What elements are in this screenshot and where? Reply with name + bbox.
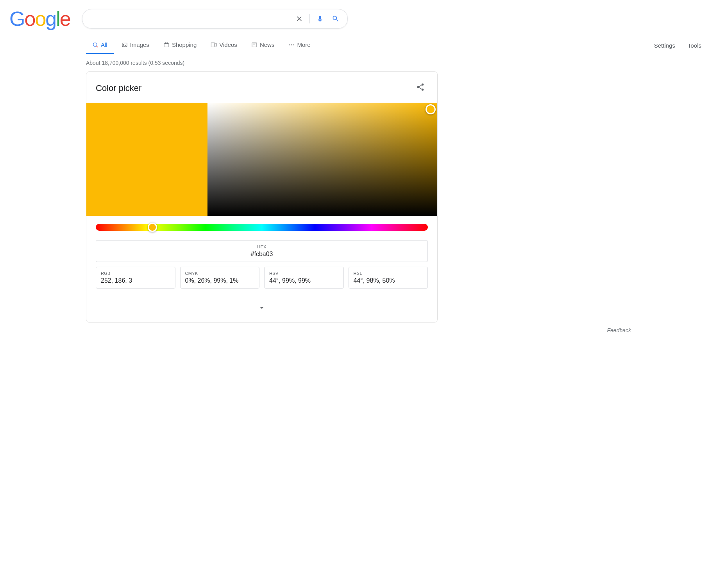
gradient-canvas — [207, 103, 437, 216]
logo-letter-g2: g — [45, 7, 56, 30]
cmyk-label: CMYK — [185, 271, 255, 276]
feedback-link[interactable]: Feedback — [607, 327, 631, 333]
hsl-field[interactable]: HSL 44°, 98%, 50% — [349, 267, 428, 289]
tab-videos-label: Videos — [219, 41, 237, 48]
settings-button[interactable]: Settings — [648, 37, 681, 53]
logo-letter-o2: o — [35, 7, 45, 30]
expand-section[interactable] — [86, 295, 437, 322]
search-icon — [332, 15, 340, 23]
search-submit-button[interactable] — [330, 13, 341, 24]
google-logo: Google — [9, 7, 70, 30]
chevron-down-icon — [257, 303, 266, 312]
color-values-section: HEX #fcba03 RGB 252, 186, 3 CMYK 0%, 26%… — [86, 234, 437, 295]
svg-point-7 — [293, 44, 294, 45]
tab-all[interactable]: All — [86, 37, 114, 54]
microphone-icon — [316, 15, 324, 23]
expand-button[interactable] — [251, 301, 273, 316]
settings-tools: Settings Tools — [648, 37, 717, 53]
hue-slider-section — [86, 216, 437, 234]
all-icon — [92, 42, 98, 48]
search-bar: color picker tool — [82, 9, 348, 29]
hex-field-container[interactable]: HEX #fcba03 — [96, 240, 428, 262]
svg-point-10 — [422, 89, 424, 91]
images-icon — [122, 42, 128, 48]
hsv-value: 44°, 99%, 99% — [269, 277, 339, 284]
tab-shopping-label: Shopping — [172, 41, 197, 48]
logo-letter-e: e — [60, 7, 70, 30]
color-fields-row: RGB 252, 186, 3 CMYK 0%, 26%, 99%, 1% HS… — [96, 267, 428, 289]
clear-search-button[interactable] — [294, 13, 305, 24]
color-picker-card: Color picker HEX #fcba03 — [86, 71, 438, 323]
microphone-button[interactable] — [315, 13, 325, 24]
hue-slider-handle[interactable] — [148, 223, 157, 232]
gradient-black-overlay — [207, 103, 437, 216]
tab-images[interactable]: Images — [115, 37, 156, 54]
hsv-label: HSV — [269, 271, 339, 276]
tab-images-label: Images — [130, 41, 149, 48]
nav-tabs: All Images Shopping Videos News — [0, 34, 717, 54]
tab-shopping[interactable]: Shopping — [157, 37, 203, 54]
tab-more[interactable]: More — [282, 37, 316, 54]
results-count: About 18,700,000 results (0.53 seconds) — [0, 54, 717, 71]
close-icon — [295, 15, 303, 23]
rgb-label: RGB — [101, 271, 170, 276]
rgb-value: 252, 186, 3 — [101, 277, 170, 284]
tab-videos[interactable]: Videos — [204, 37, 243, 54]
results-count-text: About 18,700,000 results (0.53 seconds) — [86, 60, 184, 66]
color-gradient-area[interactable] — [207, 103, 437, 216]
hsl-value: 44°, 98%, 50% — [354, 277, 423, 284]
news-icon — [251, 42, 257, 48]
svg-point-6 — [291, 44, 292, 45]
tab-news[interactable]: News — [245, 37, 281, 54]
more-icon — [288, 42, 295, 48]
tab-all-label: All — [101, 41, 107, 48]
svg-point-9 — [417, 86, 420, 88]
share-button[interactable] — [413, 80, 428, 96]
svg-point-5 — [289, 44, 290, 45]
tools-button[interactable]: Tools — [681, 37, 708, 53]
search-bar-icons — [294, 13, 341, 24]
tab-news-label: News — [260, 41, 275, 48]
videos-icon — [211, 42, 217, 48]
card-header: Color picker — [86, 72, 437, 103]
rgb-field[interactable]: RGB 252, 186, 3 — [96, 267, 175, 289]
search-input[interactable]: color picker tool — [89, 15, 290, 23]
share-icon — [416, 83, 425, 91]
svg-point-0 — [93, 43, 97, 46]
hue-slider-track[interactable] — [96, 224, 428, 231]
color-swatch — [86, 103, 207, 216]
color-display-area — [86, 103, 437, 216]
logo-letter-g: G — [9, 7, 24, 30]
hex-label: HEX — [102, 244, 421, 249]
cmyk-value: 0%, 26%, 99%, 1% — [185, 277, 255, 284]
shopping-icon — [163, 42, 170, 48]
svg-rect-3 — [211, 43, 215, 47]
cmyk-field[interactable]: CMYK 0%, 26%, 99%, 1% — [180, 267, 260, 289]
card-title: Color picker — [96, 83, 141, 93]
gradient-picker-handle[interactable] — [426, 104, 436, 114]
svg-point-8 — [422, 84, 424, 86]
logo-letter-l: l — [56, 7, 60, 30]
hex-value: #fcba03 — [102, 251, 421, 258]
svg-point-2 — [123, 44, 124, 45]
tab-more-label: More — [297, 41, 310, 48]
logo-letter-o1: o — [24, 7, 35, 30]
header: Google color picker tool — [0, 0, 717, 30]
hsl-label: HSL — [354, 271, 423, 276]
feedback-row: Feedback — [0, 323, 717, 338]
hsv-field[interactable]: HSV 44°, 99%, 99% — [264, 267, 344, 289]
